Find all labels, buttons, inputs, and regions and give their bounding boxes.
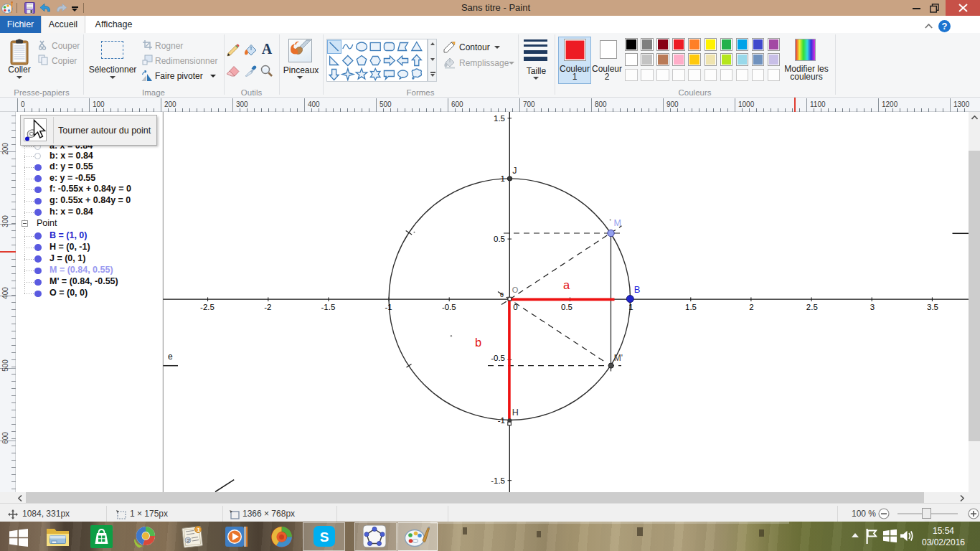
- svg-text:1: 1: [197, 527, 201, 533]
- svg-text:0: 0: [500, 291, 504, 298]
- svg-text:J: J: [512, 166, 517, 176]
- svg-text:3: 3: [870, 303, 875, 311]
- svg-text:M': M': [614, 353, 623, 363]
- svg-text:-0.5: -0.5: [491, 354, 505, 362]
- svg-text:1.5: 1.5: [494, 114, 505, 123]
- svg-text:1.5: 1.5: [685, 303, 697, 311]
- svg-text:0: 0: [513, 303, 517, 311]
- svg-text:-1.5: -1.5: [321, 303, 335, 311]
- svg-text:-1: -1: [385, 303, 392, 311]
- svg-text:H: H: [512, 408, 519, 418]
- svg-text:O: O: [512, 286, 519, 294]
- svg-text:1: 1: [501, 174, 505, 183]
- svg-text:-1.5: -1.5: [491, 476, 505, 485]
- svg-text:1: 1: [628, 303, 633, 311]
- svg-text:2: 2: [187, 537, 191, 544]
- svg-text:0.5: 0.5: [561, 303, 573, 311]
- svg-text:-2.5: -2.5: [200, 303, 215, 311]
- svg-text:B: B: [634, 284, 641, 295]
- svg-text:S: S: [320, 529, 329, 545]
- svg-text:0.5: 0.5: [494, 235, 505, 243]
- svg-text:2: 2: [749, 303, 753, 311]
- svg-text:a: a: [563, 278, 570, 291]
- svg-text:-1: -1: [498, 416, 505, 425]
- svg-text:-2: -2: [264, 303, 271, 311]
- svg-text:-0.5: -0.5: [442, 303, 456, 311]
- svg-text:2.5: 2.5: [806, 303, 818, 311]
- svg-text:b: b: [475, 336, 481, 349]
- svg-text:M: M: [614, 218, 621, 228]
- svg-text:3.5: 3.5: [927, 303, 938, 311]
- svg-text:e: e: [168, 352, 173, 362]
